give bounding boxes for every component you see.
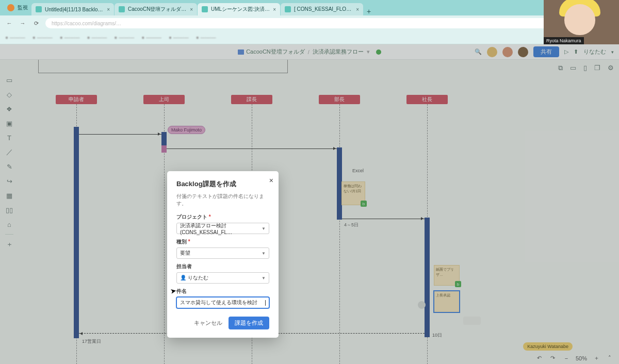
zoom-controls: ↶ ↷ − 50% ＋ ˄ — [535, 354, 614, 362]
page-icon[interactable]: ⧉ — [558, 64, 563, 72]
bookmark-item[interactable]: ● ――― — [5, 35, 25, 40]
settings-icon[interactable]: ⚙ — [608, 64, 614, 72]
create-backlog-issue-dialog: × Backlog課題を作成 付箋のテキストが課題の件名になります。 プロジェク… — [167, 171, 279, 338]
add-tool[interactable]: ＋ — [5, 240, 14, 249]
cacoo-app: CacooCN登壇フォルダ / 決済承認業務フロー ▾ 🔍 共有 ▷ ⬆ りなた… — [0, 44, 619, 364]
bookmark-item[interactable]: ● ――― — [196, 35, 216, 40]
actor-box[interactable]: 申請者 — [56, 95, 97, 104]
bookmark-item[interactable]: ● ――― — [114, 35, 134, 40]
profile-chip[interactable]: 監視 — [4, 0, 31, 15]
bookmark-item[interactable]: ● ――― — [141, 35, 161, 40]
sticky-placeholder[interactable] — [463, 317, 481, 325]
subject-input[interactable]: スマホ貸与して使える環境を検討 — [176, 297, 269, 308]
breadcrumb-folder[interactable]: CacooCN登壇フォルダ — [246, 48, 305, 56]
bookmark-item[interactable]: ● ――― — [87, 35, 107, 40]
shape-tool[interactable]: ◇ — [5, 90, 14, 99]
url-field[interactable]: https://cacoo.com/diagrams/… — [45, 18, 587, 28]
text-label: 10日 — [432, 332, 442, 339]
share-button[interactable]: 共有 — [533, 46, 559, 57]
breadcrumb-file[interactable]: 決済承認業務フロー — [313, 48, 364, 56]
collab-cursor-tag: Mako Fujimoto — [168, 126, 205, 134]
actor-box[interactable]: 課長 — [231, 95, 272, 104]
comment-icon[interactable]: ▭ — [570, 64, 576, 72]
backlog-badge-icon: b — [361, 201, 367, 207]
tab-3[interactable]: [ CONS_KESSAI_FLOW ] 基本設定× — [281, 3, 363, 15]
pointer-tool[interactable]: ▭ — [5, 75, 14, 85]
frame-tool[interactable]: ▣ — [5, 119, 14, 128]
create-issue-button[interactable]: 課題を作成 — [229, 317, 269, 329]
pen-tool[interactable]: ✎ — [5, 162, 14, 171]
type-label: 種別 * — [176, 238, 269, 245]
chevron-down-icon[interactable]: ▾ — [611, 49, 614, 55]
close-icon[interactable]: × — [273, 7, 276, 12]
actor-box[interactable]: 社長 — [406, 95, 448, 104]
shapes-panel-tool[interactable]: ❖ — [5, 104, 14, 113]
sticky-note[interactable]: 稼働は問わない/月1回 b — [341, 181, 365, 205]
collab-avatar[interactable] — [518, 47, 528, 57]
text-tool[interactable]: T — [5, 133, 14, 142]
video-icon[interactable]: ▯ — [583, 64, 587, 72]
type-select[interactable]: 要望▼ — [176, 247, 269, 259]
tab-1[interactable]: CacooCN登壇フォルダ - りなたむ - C…× — [115, 3, 197, 15]
reload-button[interactable]: ⟳ — [32, 19, 40, 27]
table-tool[interactable]: ▦ — [5, 191, 14, 200]
chevron-down-icon: ▼ — [262, 276, 266, 280]
zoom-in-button[interactable]: ＋ — [592, 354, 600, 362]
search-icon[interactable]: 🔍 — [475, 48, 482, 55]
undo-button[interactable]: ↶ — [535, 355, 544, 361]
forward-button[interactable]: → — [19, 19, 27, 27]
activation-bar — [425, 218, 430, 337]
webcam-overlay: Ryota Nakamura — [544, 0, 619, 44]
text-label: Excel — [352, 168, 364, 173]
app-header: CacooCN登壇フォルダ / 決済承認業務フロー ▾ 🔍 共有 ▷ ⬆ りなた… — [0, 44, 619, 60]
username-label[interactable]: りなたむ — [583, 48, 606, 56]
folder-icon — [238, 49, 244, 55]
collab-avatar[interactable] — [502, 47, 513, 57]
export-icon[interactable]: ⬆ — [574, 48, 578, 55]
bookmark-item[interactable]: ● ――― — [32, 35, 53, 40]
zoom-level[interactable]: 50% — [576, 355, 587, 361]
new-tab-button[interactable]: + — [364, 7, 374, 15]
bookmark-item[interactable]: ● ――― — [169, 35, 189, 40]
close-icon[interactable]: × — [190, 7, 193, 12]
collab-avatar[interactable] — [487, 47, 497, 57]
chevron-down-icon: ▼ — [262, 226, 266, 231]
address-bar: ← → ⟳ https://cacoo.com/diagrams/… ⋮⋮ ⋮ — [0, 15, 619, 31]
back-button[interactable]: ← — [5, 19, 13, 27]
tab-0[interactable]: Untitled|4|11/13 Backlog x Caco…× — [31, 3, 114, 15]
message-arrow — [79, 134, 161, 135]
chevron-up-icon[interactable]: ˄ — [606, 355, 614, 361]
redo-button[interactable]: ↷ — [549, 355, 557, 361]
image-tool[interactable]: ⌂ — [5, 220, 14, 229]
line-tool[interactable]: ／ — [5, 147, 14, 157]
user-icon: 👤 — [180, 275, 186, 280]
mouse-cursor: ➤ — [170, 286, 177, 295]
webcam-name-label: Ryota Nakamura — [544, 37, 584, 44]
activation-bar — [161, 132, 167, 145]
cancel-button[interactable]: キャンセル — [194, 319, 222, 327]
close-icon[interactable]: × — [107, 7, 110, 12]
browser-tabstrip: 監視 Untitled|4|11/13 Backlog x Caco…× Cac… — [0, 0, 619, 15]
dialog-title: Backlog課題を作成 — [176, 179, 269, 189]
assignee-label: 担当者 — [176, 263, 269, 270]
close-icon[interactable]: × — [356, 7, 359, 12]
project-select[interactable]: 決済承認フロー検討 (CONS_KESSAI_FL…▼ — [176, 223, 269, 234]
tab-2[interactable]: UMLシーケンス図:決済承認業務フロ…× — [198, 3, 280, 15]
sticky-note-selected[interactable]: 上長承認 — [434, 291, 460, 312]
sticky-note[interactable]: 紙面でプリザ… b — [434, 265, 460, 286]
close-button[interactable]: × — [269, 176, 273, 185]
layers-icon[interactable]: ❐ — [594, 64, 600, 72]
actor-box[interactable]: 上司 — [143, 95, 185, 104]
text-label: 17営業日 — [82, 338, 101, 345]
actor-box[interactable]: 部長 — [319, 95, 360, 104]
zoom-out-button[interactable]: − — [562, 355, 571, 361]
diagram-canvas[interactable]: 申請者 上司 課長 部長 社長 Mako Fujimoto Excel 稼働は問… — [19, 60, 619, 364]
page-actions: ⧉ ▭ ▯ ❐ ⚙ — [558, 64, 614, 72]
present-icon[interactable]: ▷ — [564, 48, 568, 55]
bookmarks-bar: ● ――― ● ――― ● ――― ● ――― ● ――― ● ――― ● ――… — [0, 31, 619, 44]
bookmark-item[interactable]: ● ――― — [60, 35, 80, 40]
assignee-select[interactable]: 👤 りなたむ ▼ — [176, 272, 269, 284]
chart-tool[interactable]: ▯▯ — [5, 205, 14, 214]
connector-tool[interactable]: ↪ — [5, 176, 14, 186]
handle-dot[interactable] — [418, 301, 426, 309]
